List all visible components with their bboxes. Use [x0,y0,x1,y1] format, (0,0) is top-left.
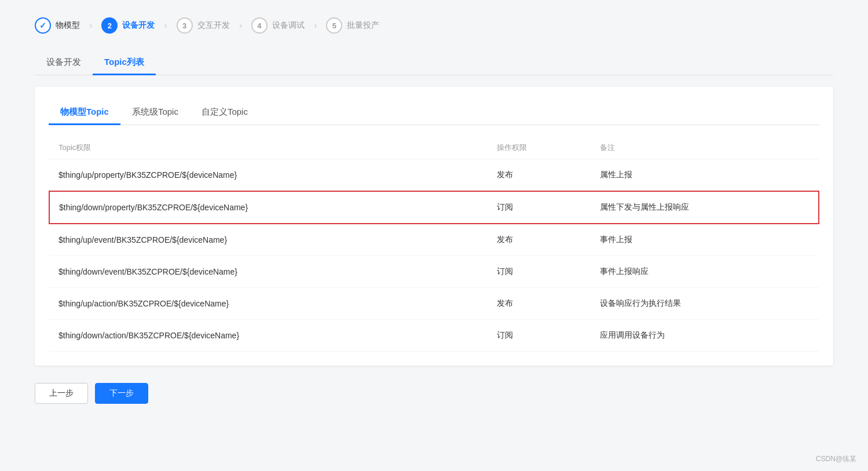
td-permission: 订阅 [488,191,590,224]
step-2: 2 设备开发 [101,17,155,34]
tab-topic-list[interactable]: Topic列表 [93,51,156,75]
prev-button[interactable]: 上一步 [35,383,88,404]
step-1-label: 物模型 [56,20,80,31]
inner-tabs: 物模型Topic 系统级Topic 自定义Topic [49,101,819,125]
td-topic: $thing/down/property/BK35ZCPROE/${device… [49,191,488,224]
td-permission: 订阅 [488,320,590,352]
table-row: $thing/down/event/BK35ZCPROE/${deviceNam… [49,256,819,288]
next-button[interactable]: 下一步 [95,383,148,404]
step-2-label: 设备开发 [122,20,155,31]
td-topic: $thing/up/property/BK35ZCPROE/${deviceNa… [49,159,488,192]
tab-device-dev[interactable]: 设备开发 [35,51,93,75]
step-5-label: 批量投产 [347,20,379,31]
col-permission: 操作权限 [488,137,590,159]
table-row: $thing/up/property/BK35ZCPROE/${deviceNa… [49,159,819,192]
inner-tab-custom[interactable]: 自定义Topic [190,101,259,125]
td-topic: $thing/down/action/BK35ZCPROE/${deviceNa… [49,320,488,352]
check-icon: ✓ [39,21,46,30]
step-2-number: 2 [108,21,112,30]
step-3-number: 3 [182,21,186,30]
td-note: 应用调用设备行为 [591,320,819,352]
td-permission: 发布 [488,159,590,192]
step-3: 3 交互开发 [177,17,230,34]
stepper: ✓ 物模型 › 2 设备开发 › 3 交互开发 › 4 设备调试 › [35,17,833,34]
step-1-circle: ✓ [35,17,51,34]
inner-tab-model[interactable]: 物模型Topic [49,101,120,125]
topic-table: Topic权限 操作权限 备注 $thing/up/property/BK35Z… [49,137,819,352]
step-5-number: 5 [332,21,336,30]
td-topic: $thing/down/event/BK35ZCPROE/${deviceNam… [49,256,488,288]
table-header-row: Topic权限 操作权限 备注 [49,137,819,159]
step-4: 4 设备调试 [251,17,305,34]
td-permission: 订阅 [488,256,590,288]
td-note: 属性下发与属性上报响应 [591,191,819,224]
bottom-buttons: 上一步 下一步 [35,383,833,404]
col-note: 备注 [591,137,819,159]
step-2-circle: 2 [101,17,118,34]
td-topic: $thing/up/event/BK35ZCPROE/${deviceName} [49,224,488,256]
td-permission: 发布 [488,224,590,256]
step-4-label: 设备调试 [272,20,305,31]
arrow-3: › [239,20,242,31]
watermark: CSDN@练某 [816,454,856,464]
td-note: 设备响应行为执行结果 [591,288,819,320]
page-tabs: 设备开发 Topic列表 [35,51,833,75]
td-note: 事件上报 [591,224,819,256]
inner-tab-system[interactable]: 系统级Topic [120,101,190,125]
step-1: ✓ 物模型 [35,17,80,34]
step-4-number: 4 [257,21,261,30]
table-row: $thing/down/property/BK35ZCPROE/${device… [49,191,819,224]
step-5: 5 批量投产 [326,17,379,34]
table-row: $thing/up/action/BK35ZCPROE/${deviceName… [49,288,819,320]
td-permission: 发布 [488,288,590,320]
main-card: 物模型Topic 系统级Topic 自定义Topic Topic权限 操作权限 … [35,87,833,366]
td-topic: $thing/up/action/BK35ZCPROE/${deviceName… [49,288,488,320]
step-5-circle: 5 [326,17,342,34]
table-row: $thing/down/action/BK35ZCPROE/${deviceNa… [49,320,819,352]
td-note: 属性上报 [591,159,819,192]
arrow-2: › [164,20,167,31]
col-topic: Topic权限 [49,137,488,159]
td-note: 事件上报响应 [591,256,819,288]
step-4-circle: 4 [251,17,268,34]
table-row: $thing/up/event/BK35ZCPROE/${deviceName}… [49,224,819,256]
arrow-1: › [89,20,92,31]
step-3-circle: 3 [177,17,193,34]
step-3-label: 交互开发 [197,20,230,31]
arrow-4: › [314,20,317,31]
